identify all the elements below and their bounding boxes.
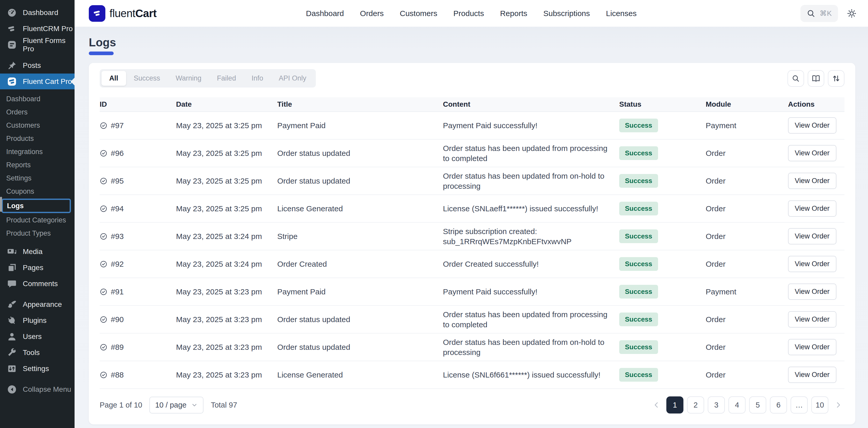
table-header-row: ID Date Title Content Status Module Acti… [100,97,844,112]
page-button-6[interactable]: 6 [770,396,787,414]
tab-success[interactable]: Success [126,71,168,86]
per-page-select[interactable]: 10 / page [149,397,204,414]
tab-failed[interactable]: Failed [209,71,244,86]
status-badge: Success [619,146,658,160]
log-module: Order [706,342,788,352]
page-button-10[interactable]: 10 [811,396,828,414]
table-row: #92 May 23, 2025 at 3:24 pm Order Create… [100,250,844,278]
search-shortcut-hint: ⌘K [819,9,832,18]
theme-toggle-sun-icon[interactable] [847,8,857,19]
sidebar-item-dashboard[interactable]: Dashboard [0,5,74,21]
sidebar-item-label: Fluent Cart Pro [23,78,72,86]
view-order-button[interactable]: View Order [788,367,836,383]
status-badge: Success [619,285,658,299]
page-button-5[interactable]: 5 [749,396,766,414]
log-content: Order status has been updated from proce… [443,309,619,330]
nav-item-subscriptions[interactable]: Subscriptions [544,9,590,18]
view-order-button[interactable]: View Order [788,173,836,189]
sidebar-item-posts[interactable]: Posts [0,58,74,73]
page-button-3[interactable]: 3 [708,396,725,414]
sidebar-item-fluentforms[interactable]: Fluent Forms Pro [0,37,74,53]
sidebar-item-appearance[interactable]: Appearance [0,297,74,312]
sort-button[interactable] [828,70,844,87]
submenu-item-integrations[interactable]: Integrations [0,145,74,158]
sidebar-item-tools[interactable]: Tools [0,345,74,361]
page-button-1[interactable]: 1 [666,396,683,414]
sidebar-item-settings[interactable]: Settings [0,361,74,377]
collapse-menu-button[interactable]: Collapse Menu [0,381,74,397]
submenu-item-customers[interactable]: Customers [0,119,74,132]
sidebar-item-users[interactable]: Users [0,329,74,345]
nav-item-orders[interactable]: Orders [360,9,384,18]
docs-book-button[interactable] [808,70,824,87]
log-content: License (SNLaeff1******) issued successf… [443,204,619,214]
tab-all[interactable]: All [101,71,126,86]
sidebar-scrollbar-thumb[interactable] [0,197,2,212]
table-search-button[interactable] [787,70,804,87]
sidebar-item-fluentcrm[interactable]: FluentCRM Pro [0,21,74,37]
submenu-item-coupons[interactable]: Coupons [0,185,74,198]
collapse-arrow-icon [7,384,17,395]
logs-toolbar: All Success Warning Failed Info API Only [100,69,844,88]
prev-page-icon[interactable] [652,401,661,409]
submenu-item-product-categories[interactable]: Product Categories [0,214,74,227]
sidebar-item-media[interactable]: Media [0,244,74,260]
submenu-item-dashboard[interactable]: Dashboard [0,92,74,105]
view-order-button[interactable]: View Order [788,228,836,244]
log-module: Order [706,370,788,380]
view-order-button[interactable]: View Order [788,145,836,161]
page-ellipsis[interactable]: … [790,396,808,414]
table-row: #97 May 23, 2025 at 3:25 pm Payment Paid… [100,112,844,140]
paintbrush-icon [7,299,17,310]
status-badge: Success [619,340,658,354]
page-button-2[interactable]: 2 [687,396,704,414]
page-button-4[interactable]: 4 [728,396,746,414]
view-order-button[interactable]: View Order [788,339,836,355]
nav-item-customers[interactable]: Customers [400,9,437,18]
wrench-icon [7,347,17,358]
sidebar-item-plugins[interactable]: Plugins [0,312,74,329]
column-header-status: Status [619,100,706,109]
submenu-item-settings[interactable]: Settings [0,172,74,185]
log-id: #90 [111,314,124,325]
sidebar-item-label: Dashboard [23,8,58,17]
nav-item-products[interactable]: Products [453,9,484,18]
view-order-button[interactable]: View Order [788,117,836,133]
log-date: May 23, 2025 at 3:25 pm [176,148,277,158]
status-badge: Success [619,119,658,132]
tab-info[interactable]: Info [244,71,271,86]
submenu-item-reports[interactable]: Reports [0,158,74,172]
sidebar-item-fluent-cart-pro[interactable]: Fluent Cart Pro [0,73,74,89]
view-order-button[interactable]: View Order [788,311,836,328]
submenu-item-products[interactable]: Products [0,132,74,145]
next-page-icon[interactable] [834,401,842,409]
tab-warning[interactable]: Warning [168,71,210,86]
column-header-date: Date [176,100,277,109]
log-title: Payment Paid [277,120,443,130]
view-order-button[interactable]: View Order [788,283,836,300]
global-search-button[interactable]: ⌘K [800,5,838,22]
check-circle-icon [100,371,107,379]
tab-api-only[interactable]: API Only [271,71,314,86]
chevron-down-icon [191,402,198,408]
nav-item-dashboard[interactable]: Dashboard [306,9,344,18]
submenu-item-orders[interactable]: Orders [0,105,74,119]
submenu-item-logs[interactable]: Logs [2,198,71,213]
nav-item-licenses[interactable]: Licenses [606,9,637,18]
collapse-menu-label: Collapse Menu [23,385,71,394]
log-title: Order status updated [277,314,443,325]
log-title: License Generated [277,204,443,214]
status-badge: Success [619,202,658,216]
nav-item-reports[interactable]: Reports [500,9,527,18]
log-date: May 23, 2025 at 3:23 pm [176,342,277,352]
sidebar-item-label: Settings [23,365,49,373]
view-order-button[interactable]: View Order [788,201,836,217]
view-order-button[interactable]: View Order [788,256,836,272]
submenu-item-product-types[interactable]: Product Types [0,227,74,240]
log-id: #88 [111,370,124,380]
status-badge: Success [619,257,658,271]
log-content: Stripe subscription created: sub_1RRrqWE… [443,226,619,246]
sidebar-item-comments[interactable]: Comments [0,276,74,292]
log-id: #92 [111,259,124,269]
sidebar-item-pages[interactable]: Pages [0,260,74,276]
